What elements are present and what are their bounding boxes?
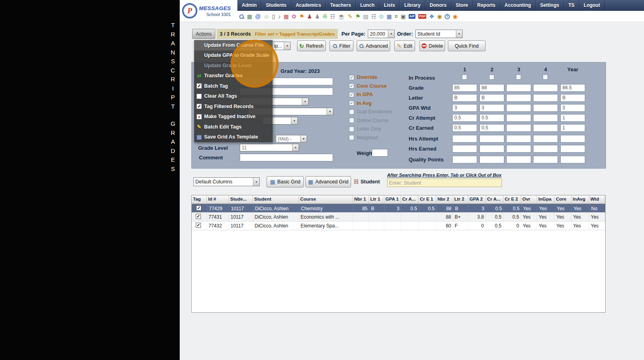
menu-item-update-from-course-file[interactable]: Update From Course File: [194, 40, 273, 50]
column-header-id[interactable]: Id #: [207, 195, 229, 203]
filter-button[interactable]: Filter: [329, 40, 353, 51]
in-process-checkbox[interactable]: [462, 74, 467, 80]
grade-grid-cell[interactable]: 85: [452, 84, 477, 92]
checkbox-icon[interactable]: ✓: [349, 92, 354, 97]
person-icon[interactable]: ♟: [315, 14, 320, 19]
menu-item-tag-filtered-records[interactable]: ✓Tag Filtered Records: [194, 101, 273, 112]
ap-badge-icon[interactable]: A/P: [409, 14, 415, 19]
grade-grid-cell[interactable]: 3: [560, 104, 585, 112]
edit-button[interactable]: Edit: [394, 40, 415, 51]
menu-item-clear-all-tags[interactable]: Clear All Tags: [194, 91, 273, 102]
pdf-icon[interactable]: PDF: [418, 14, 426, 19]
grade-grid-cell[interactable]: [506, 156, 531, 163]
menu-item-update-gpa-to-grade-scale[interactable]: Update GPA to Grade Scale: [194, 50, 273, 61]
grade-grid-cell[interactable]: B: [560, 94, 585, 102]
delete-button[interactable]: Delete: [419, 40, 445, 51]
form-checkbox-weighted[interactable]: Weighted: [349, 135, 378, 141]
grade-grid-cell[interactable]: [479, 135, 504, 143]
nav-item-reports[interactable]: Reports: [473, 0, 500, 10]
column-header-core[interactable]: Core: [555, 195, 572, 203]
column-header-gpa-2[interactable]: GPA 2: [468, 195, 486, 203]
birthday-icon[interactable]: ✿: [292, 14, 297, 19]
advanced-grid-button[interactable]: Advanced Grid: [305, 176, 351, 187]
column-header-ltr-1[interactable]: Ltr 1: [369, 195, 384, 203]
column-header-gpa-1[interactable]: GPA 1: [384, 195, 401, 203]
columns-select[interactable]: Default Columns ▼: [193, 177, 260, 186]
table-row[interactable]: ✓7742910117DiCicco, AshlenChemistry85B30…: [192, 204, 605, 213]
nav-item-store[interactable]: Store: [451, 0, 473, 10]
nav-item-lists[interactable]: Lists: [379, 0, 400, 10]
column-header-nbr-2[interactable]: Nbr 2: [436, 195, 453, 203]
form-checkbox-in-gpa[interactable]: ✓In GPA: [349, 92, 373, 97]
power-icon[interactable]: ◉: [453, 14, 457, 19]
grade-grid-cell[interactable]: [560, 156, 585, 163]
grade-grid-cell[interactable]: [533, 145, 558, 153]
form-checkbox-core-course[interactable]: ✓Core Course: [349, 83, 387, 89]
speaker-icon[interactable]: ♪: [278, 14, 281, 19]
advanced-button[interactable]: Advanced: [357, 40, 390, 51]
menu-item-batch-edit-tags[interactable]: ✎Batch Edit Tags: [194, 122, 273, 132]
grade-grid-cell[interactable]: [452, 145, 477, 153]
tag-checkbox[interactable]: ✓: [196, 223, 201, 228]
column-header-inavg[interactable]: InAvg: [572, 195, 589, 203]
grade-grid-cell[interactable]: [533, 156, 558, 163]
student-search-input[interactable]: [387, 179, 502, 187]
column-header-ingpa[interactable]: InGpa: [537, 195, 555, 203]
weight-input[interactable]: [372, 149, 388, 157]
clock-icon[interactable]: ⊙: [379, 14, 384, 19]
column-header-nbr-1[interactable]: Nbr 1: [353, 195, 369, 203]
menu-item-batch-tag[interactable]: ✓Batch Tag: [194, 81, 273, 91]
grade-grid-cell[interactable]: [506, 84, 531, 92]
column-header-ovr[interactable]: Ovr: [521, 195, 537, 203]
nav-item-academics[interactable]: Academics: [291, 0, 326, 10]
column-header-ltr-2[interactable]: Ltr 2: [453, 195, 468, 203]
tag-checkbox[interactable]: ✓: [196, 214, 201, 219]
grade-grid-cell[interactable]: [533, 104, 558, 112]
staff-icon[interactable]: ☷: [371, 14, 376, 19]
nav-item-teachers[interactable]: Teachers: [326, 0, 356, 10]
grade-grid-cell[interactable]: 3: [479, 104, 504, 112]
table-row[interactable]: ✓7743210117DiCicco, AshlenElementary Spa…: [192, 221, 605, 230]
printer-icon[interactable]: ▣: [401, 14, 406, 19]
column-header-student[interactable]: Student: [253, 195, 299, 203]
grade-grid-cell[interactable]: [533, 135, 558, 143]
search-icon[interactable]: [239, 14, 244, 19]
checkbox-icon[interactable]: ✓: [349, 83, 354, 88]
per-page-select[interactable]: 20,000 ▼: [368, 30, 395, 38]
grade-grid-cell[interactable]: 1: [560, 124, 585, 132]
form-checkbox-letter-only[interactable]: Letter Only: [349, 126, 381, 132]
grade-grid-cell[interactable]: B: [479, 94, 504, 102]
checkbox-icon[interactable]: ✓: [349, 101, 354, 106]
in-process-checkbox[interactable]: [543, 74, 548, 80]
grade-grid-cell[interactable]: 0.5: [479, 114, 504, 122]
grade-grid-cell[interactable]: [506, 104, 531, 112]
in-process-checkbox[interactable]: [489, 74, 494, 80]
column-header-stude[interactable]: Stude...: [229, 195, 253, 203]
attendance-calendar-icon[interactable]: ▦: [283, 14, 289, 19]
grade-grid-cell[interactable]: [452, 156, 477, 163]
announcement-icon[interactable]: ⚑: [299, 14, 304, 19]
form-checkbox-in-avg[interactable]: ✓In Avg: [349, 101, 371, 106]
chat-icon[interactable]: ☺: [263, 14, 269, 19]
basic-grid-button[interactable]: Basic Grid: [267, 176, 304, 187]
nav-item-logout[interactable]: Logout: [579, 0, 605, 10]
column-header-cr-a[interactable]: Cr A...: [401, 195, 419, 203]
column-header-cr-e-1[interactable]: Cr E 1: [419, 195, 436, 203]
lunch-icon[interactable]: ☕: [338, 14, 345, 19]
grade-grid-cell[interactable]: 0.5: [452, 114, 477, 122]
mobile-icon[interactable]: ▯: [272, 14, 275, 19]
sports-icon[interactable]: ⚑: [355, 14, 361, 19]
grade-grid-cell[interactable]: [452, 135, 477, 143]
grade-grid-cell[interactable]: [560, 135, 585, 143]
form-checkbox-online-course[interactable]: Online Course: [349, 118, 389, 123]
table-row[interactable]: ✓7743110117DiCicco, AshlenEconomics with…: [192, 213, 605, 221]
group-icon[interactable]: ☷: [330, 14, 335, 19]
nav-item-accounting[interactable]: Accounting: [500, 0, 536, 10]
column-header-wtd[interactable]: Wtd: [589, 195, 605, 203]
notes-icon[interactable]: ✎: [348, 14, 353, 19]
order-select[interactable]: Student Id ▼: [415, 30, 463, 38]
quick-find-button[interactable]: Quick Find: [448, 40, 486, 51]
student-icon[interactable]: ♟: [307, 14, 312, 19]
column-header-cr-a[interactable]: Cr A...: [486, 195, 504, 203]
nav-item-settings[interactable]: Settings: [536, 0, 564, 10]
